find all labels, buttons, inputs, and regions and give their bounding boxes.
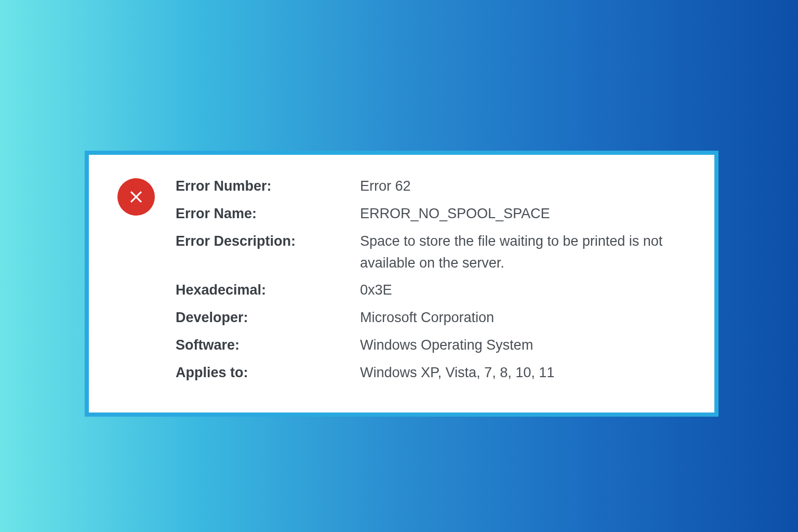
error-details-table: Error Number: Error 62 Error Name: ERROR… <box>176 176 686 384</box>
value-error-description: Space to store the file waiting to be pr… <box>360 231 686 274</box>
error-card: Error Number: Error 62 Error Name: ERROR… <box>85 151 719 417</box>
value-applies-to: Windows XP, Vista, 7, 8, 10, 11 <box>360 362 686 384</box>
label-developer: Developer: <box>176 307 360 329</box>
row-applies-to: Applies to: Windows XP, Vista, 7, 8, 10,… <box>176 362 686 384</box>
icon-column <box>117 176 155 216</box>
value-hexadecimal: 0x3E <box>360 280 686 301</box>
value-error-number: Error 62 <box>360 176 686 197</box>
row-error-number: Error Number: Error 62 <box>176 176 686 197</box>
row-developer: Developer: Microsoft Corporation <box>176 307 686 329</box>
row-error-name: Error Name: ERROR_NO_SPOOL_SPACE <box>176 203 686 225</box>
value-developer: Microsoft Corporation <box>360 307 686 329</box>
value-software: Windows Operating System <box>360 335 686 356</box>
label-software: Software: <box>176 335 360 356</box>
value-error-name: ERROR_NO_SPOOL_SPACE <box>360 203 686 225</box>
error-x-icon <box>117 178 155 216</box>
label-error-name: Error Name: <box>176 203 360 225</box>
row-hexadecimal: Hexadecimal: 0x3E <box>176 280 686 301</box>
label-applies-to: Applies to: <box>176 362 360 384</box>
row-error-description: Error Description: Space to store the fi… <box>176 231 686 274</box>
label-hexadecimal: Hexadecimal: <box>176 280 360 301</box>
label-error-number: Error Number: <box>176 176 360 197</box>
error-card-wrapper: Error Number: Error 62 Error Name: ERROR… <box>85 151 719 417</box>
row-software: Software: Windows Operating System <box>176 335 686 356</box>
label-error-description: Error Description: <box>176 231 360 252</box>
